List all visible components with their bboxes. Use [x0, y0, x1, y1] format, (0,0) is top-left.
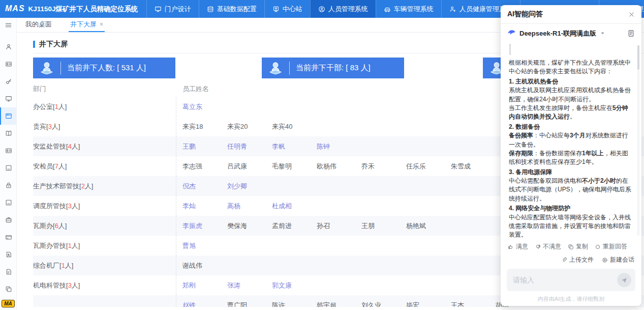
miner-avatar-icon	[262, 60, 289, 76]
dislike-button[interactable]: 不满意	[535, 242, 561, 251]
sidebar-item-user-icon[interactable]	[0, 38, 16, 55]
dept-count: 1	[55, 103, 58, 110]
employee-name[interactable]: 郭文康	[272, 281, 317, 290]
employee-name[interactable]: 杜成相	[272, 202, 317, 211]
tab-1[interactable]: 井下大屏×	[69, 18, 105, 32]
employee-name: 韩宇超	[317, 301, 361, 307]
tab-0[interactable]: 我的桌面	[24, 18, 53, 32]
employee-name: 来宾18	[182, 122, 227, 131]
circle-icon	[595, 244, 601, 250]
close-icon[interactable]	[628, 11, 635, 18]
employee-name: 毛黎明	[272, 162, 317, 171]
banner-text: 当前井下干部: [ 83 人]	[296, 63, 371, 73]
feedback-label: 复制	[576, 242, 588, 251]
nav-item-center-station[interactable]: 中心站	[264, 0, 310, 18]
new-session-button[interactable]: 新建会话	[602, 256, 634, 264]
copy-button[interactable]: 复制	[568, 242, 588, 251]
sidebar-item-lock-icon[interactable]	[0, 177, 16, 194]
employee-name[interactable]: 郑刚	[182, 281, 227, 290]
sidebar-item-appwindow-icon[interactable]	[0, 107, 16, 125]
model-selector[interactable]: Deepseek-R1-联网满血版	[501, 24, 641, 43]
menu-icon[interactable]	[0, 18, 16, 32]
dept-count: 2	[81, 182, 85, 190]
send-button[interactable]	[617, 273, 631, 287]
document-icon[interactable]	[627, 30, 635, 37]
title-accent-bar	[33, 41, 35, 48]
sidebar-item-file-icon[interactable]	[0, 263, 16, 280]
feedback-label: 不满意	[543, 242, 561, 251]
message-paragraph: 保存期限：备份数据需保存1年以上，相关图纸和技术资料也应保存至少1年。	[509, 149, 633, 167]
tab-label: 我的桌面	[25, 20, 52, 29]
sidebar-item-key-icon[interactable]	[0, 73, 16, 90]
close-tab-icon[interactable]: ×	[100, 21, 103, 27]
ai-panel-title: AI智能问答	[507, 10, 543, 19]
employee-name[interactable]: 张涛	[227, 281, 272, 290]
employee-name[interactable]: 李振虎	[182, 221, 227, 231]
sidebar-item-idcard-icon[interactable]	[0, 142, 16, 159]
message-heading: 1. 主机双机热备份	[509, 77, 633, 86]
sidebar-item-window-icon[interactable]	[0, 159, 16, 177]
employee-name: 毕宏	[406, 301, 451, 307]
employee-name[interactable]: 刘少卿	[227, 182, 272, 191]
chevron-down-icon	[600, 31, 605, 36]
nav-item-label: 车辆管理系统	[394, 5, 434, 14]
nav-item-portal-design[interactable]: 门户设计	[146, 0, 199, 18]
dept-count: 3	[48, 123, 52, 130]
employee-name[interactable]: 王鹏	[182, 142, 227, 151]
page-title: 井下大屏	[39, 40, 68, 49]
employee-name: 李志强	[182, 162, 227, 171]
employee-name[interactable]: 陈钟	[317, 142, 361, 151]
employee-name: 欧杨伟	[317, 162, 361, 171]
like-button[interactable]: 满意	[508, 242, 528, 251]
employee-name: 乔禾	[361, 162, 406, 171]
ai-panel-header: AI智能问答	[501, 5, 641, 24]
chat-input[interactable]	[513, 276, 617, 284]
nav-item-personnel-mgmt[interactable]: 人员管理系统	[310, 0, 376, 18]
sidebar-item-window-icon[interactable]	[0, 194, 16, 211]
upload-file-button[interactable]: 上传文件	[561, 256, 594, 264]
sidebar-item-bankcard-icon[interactable]	[0, 229, 16, 246]
employee-name[interactable]: 赵铁	[182, 301, 227, 307]
employee-name[interactable]: 曹旭	[182, 241, 227, 250]
column-names: 员工姓名	[176, 84, 209, 94]
quote-bar	[509, 44, 511, 55]
sidebar-item-monitor-icon[interactable]	[0, 90, 16, 107]
sidebar-item-copy-icon[interactable]	[0, 280, 16, 298]
sidebar-item-idcard-icon[interactable]	[0, 55, 16, 73]
nav-item-base-data-config[interactable]: 基础数据配置	[199, 0, 264, 18]
dept-count: 1	[68, 242, 72, 249]
department-label: 调度所管技[3人]	[33, 202, 176, 211]
employee-name[interactable]: 葛立东	[182, 102, 227, 111]
scrollbar-thumb[interactable]	[637, 45, 639, 70]
banner-divider	[60, 62, 61, 75]
health-icon	[449, 6, 456, 13]
stat-banner-0: 当前井下人数: [ 531 人]	[33, 58, 175, 78]
nav-item-vehicle-mgmt[interactable]: 车辆管理系统	[376, 0, 441, 18]
employee-name[interactable]: 李灿	[182, 202, 227, 211]
scrollbar-track[interactable]	[637, 45, 639, 236]
nav-item-label: 门户设计	[165, 5, 191, 14]
employee-name[interactable]: 任明青	[227, 142, 272, 151]
action-label: 新建会话	[610, 256, 634, 264]
logo-brand: MAS	[5, 4, 25, 13]
employee-name[interactable]: 高杨	[227, 202, 272, 211]
employee-name: 杨艳斌	[406, 221, 451, 231]
regenerate-button[interactable]: 重新回答	[595, 242, 627, 251]
ai-message-area: 根据相关规范，煤矿井下作业人员管理系统中中心站的备份要求主要包括以下内容：1. …	[501, 43, 641, 239]
employee-name[interactable]: 李帆	[272, 142, 317, 151]
department-label: 贵宾[3人]	[33, 122, 176, 131]
deepseek-whale-icon	[507, 29, 516, 38]
sidebar-item-fileuser-icon[interactable]	[0, 246, 16, 263]
left-sidebar: MA	[0, 18, 17, 310]
message-paragraph: 当工作主机发生故障时，备份主机应在5分钟内自动切换并投入运行。	[509, 104, 633, 122]
message-paragraph: 根据相关规范，煤矿井下作业人员管理系统中中心站的备份要求主要包括以下内容：	[509, 59, 633, 76]
sidebar-item-briefcase-icon[interactable]	[0, 211, 16, 229]
employee-name[interactable]: 倪杰	[182, 182, 227, 191]
feedback-bar: 满意不满意复制重新回答	[501, 239, 641, 251]
message-paragraph: 中心站需配备双回路供电和不小于2小时的在线式不间断电源（UPS），确保电网停电后…	[509, 177, 633, 203]
pluscircle-icon	[602, 257, 608, 263]
sidebar-item-book-icon[interactable]	[0, 125, 16, 142]
column-dept: 部门	[33, 84, 176, 94]
employee-name: 吕武康	[227, 162, 272, 171]
nav-item-label: 基础数据配置	[217, 5, 257, 14]
